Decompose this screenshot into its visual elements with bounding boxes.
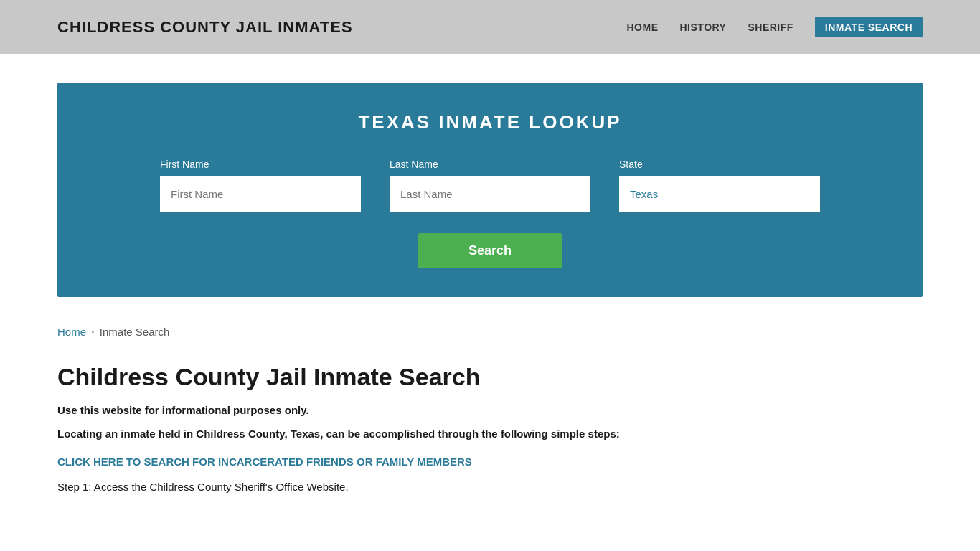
state-group: State bbox=[619, 159, 820, 212]
click-here-link[interactable]: CLICK HERE to Search for Incarcerated Fr… bbox=[57, 456, 923, 468]
breadcrumb-separator: • bbox=[92, 329, 94, 335]
page-subtitle: Use this website for informational purpo… bbox=[57, 404, 923, 416]
banner-title: TEXAS INMATE LOOKUP bbox=[100, 111, 880, 133]
last-name-label: Last Name bbox=[390, 159, 590, 170]
state-label: State bbox=[619, 159, 820, 170]
last-name-group: Last Name bbox=[390, 159, 590, 212]
state-input[interactable] bbox=[619, 176, 820, 212]
last-name-input[interactable] bbox=[390, 176, 590, 212]
nav-home[interactable]: HOME bbox=[627, 22, 659, 33]
breadcrumb: Home • Inmate Search bbox=[57, 326, 923, 338]
breadcrumb-current: Inmate Search bbox=[100, 326, 170, 338]
site-header: CHILDRESS COUNTY JAIL INMATES HOME HISTO… bbox=[0, 0, 980, 54]
first-name-group: First Name bbox=[160, 159, 361, 212]
nav-inmate-search[interactable]: INMATE SEARCH bbox=[815, 17, 923, 37]
main-nav: HOME HISTORY SHERIFF INMATE SEARCH bbox=[627, 17, 923, 37]
search-form-row: First Name Last Name State bbox=[100, 159, 880, 212]
first-name-input[interactable] bbox=[160, 176, 361, 212]
first-name-label: First Name bbox=[160, 159, 361, 170]
site-title: CHILDRESS COUNTY JAIL INMATES bbox=[57, 18, 353, 37]
breadcrumb-home-link[interactable]: Home bbox=[57, 326, 86, 338]
step-1-text: Step 1: Access the Childress County Sher… bbox=[57, 481, 923, 493]
page-title: Childress County Jail Inmate Search bbox=[57, 363, 923, 391]
search-button[interactable]: Search bbox=[418, 233, 562, 268]
nav-history[interactable]: HISTORY bbox=[680, 22, 727, 33]
search-button-row: Search bbox=[100, 233, 880, 268]
main-content: Home • Inmate Search Childress County Ja… bbox=[0, 326, 980, 493]
nav-sheriff[interactable]: SHERIFF bbox=[748, 22, 793, 33]
page-description: Locating an inmate held in Childress Cou… bbox=[57, 426, 923, 443]
search-banner: TEXAS INMATE LOOKUP First Name Last Name… bbox=[57, 83, 923, 297]
